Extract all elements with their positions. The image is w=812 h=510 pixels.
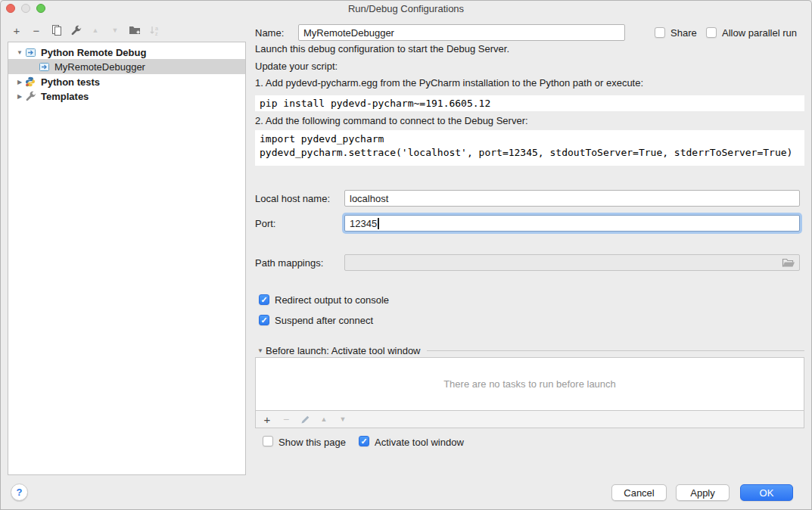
allow-parallel-run-label[interactable]: Allow parallel run: [722, 27, 797, 39]
arrow-down-icon: ▼: [340, 415, 347, 423]
copy-icon: [51, 24, 62, 36]
new-folder-icon: [129, 25, 141, 36]
no-tasks-text: There are no tasks to run before launch: [443, 378, 616, 390]
port-input[interactable]: 12345: [344, 215, 800, 232]
run-debug-configurations-dialog: Run/Debug Configurations + − ▲ ▼ az ▼ Py…: [0, 0, 812, 510]
share-checkbox[interactable]: [655, 27, 665, 38]
chevron-right-icon[interactable]: ▶: [14, 79, 25, 86]
redirect-output-label[interactable]: Redirect output to console: [275, 294, 389, 306]
move-task-down-button: ▼: [336, 412, 350, 426]
arrow-down-icon: ▼: [112, 26, 119, 34]
sort-az-icon: az: [149, 25, 160, 36]
task-list-toolbar: + − ▲ ▼: [255, 410, 804, 428]
intro-text: Launch this debug configuration to start…: [255, 43, 509, 54]
pip-install-code[interactable]: pip install pydevd-pycharm~=191.6605.12: [255, 95, 804, 111]
name-label: Name:: [255, 27, 284, 39]
add-task-button[interactable]: +: [260, 412, 274, 426]
arrow-up-icon: ▲: [321, 415, 328, 423]
show-this-page-label[interactable]: Show this page: [278, 437, 346, 448]
tree-item-python-tests[interactable]: ▶ Python tests: [8, 74, 245, 89]
edit-templates-button[interactable]: [68, 23, 83, 38]
allow-parallel-run-checkbox[interactable]: [706, 27, 717, 38]
remote-debug-icon: [39, 61, 51, 73]
section-divider: [427, 350, 804, 351]
activate-tool-window-checkbox[interactable]: ✓: [359, 436, 369, 446]
settrace-code[interactable]: import pydevd_pycharm pydevd_pycharm.set…: [255, 130, 804, 166]
svg-text:z: z: [155, 31, 158, 36]
settrace-code-line2: pydevd_pycharm.settrace('localhost', por…: [260, 147, 792, 158]
sort-configurations-button: az: [147, 23, 162, 38]
ok-button[interactable]: OK: [740, 484, 793, 501]
titlebar: Run/Debug Configurations: [0, 0, 812, 17]
pencil-icon: [300, 415, 310, 424]
path-mappings-label: Path mappings:: [255, 257, 323, 269]
python-tests-icon: [25, 76, 37, 88]
create-folder-button[interactable]: [127, 23, 142, 38]
name-input[interactable]: [298, 24, 625, 41]
tree-item-templates[interactable]: ▶ Templates: [8, 89, 245, 104]
step1-text: 1. Add pydevd-pycharm.egg from the PyCha…: [255, 77, 643, 89]
plus-icon: +: [14, 24, 20, 37]
tree-item-label: Python tests: [41, 76, 100, 88]
arrow-up-icon: ▲: [92, 26, 99, 34]
update-script-text: Update your script:: [255, 61, 338, 72]
show-this-page-checkbox[interactable]: [263, 436, 273, 446]
suspend-after-connect-label[interactable]: Suspend after connect: [275, 315, 373, 326]
configurations-toolbar: + − ▲ ▼ az: [9, 23, 162, 38]
question-mark-icon: ?: [17, 487, 23, 498]
help-button[interactable]: ?: [11, 484, 28, 501]
configurations-tree: ▼ Python Remote Debug MyRemoteDebugger ▶…: [8, 42, 246, 475]
tree-item-label: Templates: [41, 91, 89, 102]
path-mappings-input[interactable]: [344, 254, 800, 271]
local-host-input[interactable]: [344, 190, 800, 207]
tree-item-label: MyRemoteDebugger: [54, 61, 145, 73]
remove-task-button: −: [279, 412, 293, 426]
tree-item-python-remote-debug[interactable]: ▼ Python Remote Debug: [8, 45, 245, 60]
chevron-right-icon[interactable]: ▶: [14, 93, 25, 100]
activate-tool-window-label[interactable]: Activate tool window: [375, 437, 464, 448]
redirect-output-checkbox[interactable]: ✓: [259, 294, 269, 305]
remove-configuration-button[interactable]: −: [29, 23, 44, 38]
suspend-after-connect-checkbox[interactable]: ✓: [259, 315, 269, 325]
chevron-down-icon[interactable]: ▼: [14, 49, 25, 56]
svg-text:a: a: [155, 26, 158, 31]
port-value: 12345: [350, 218, 377, 229]
text-cursor: [378, 218, 379, 229]
move-task-up-button: ▲: [317, 412, 331, 426]
templates-wrench-icon: [25, 90, 37, 102]
plus-icon: +: [264, 413, 271, 426]
share-label[interactable]: Share: [670, 27, 697, 39]
move-up-button: ▲: [88, 23, 103, 38]
chevron-down-icon[interactable]: ▼: [255, 347, 266, 354]
add-configuration-button[interactable]: +: [9, 23, 24, 38]
check-icon: ✓: [260, 296, 267, 304]
before-launch-section-header[interactable]: ▼ Before launch: Activate tool window: [255, 344, 804, 356]
copy-configuration-button[interactable]: [48, 23, 64, 38]
check-icon: ✓: [360, 437, 367, 446]
move-down-button: ▼: [107, 23, 123, 38]
check-icon: ✓: [260, 316, 267, 325]
before-launch-label: Before launch: Activate tool window: [266, 345, 421, 356]
tree-item-myremotedebugger[interactable]: MyRemoteDebugger: [8, 59, 245, 74]
minus-icon: −: [283, 413, 289, 425]
wrench-icon: [70, 25, 82, 36]
before-launch-task-list[interactable]: There are no tasks to run before launch: [255, 357, 804, 411]
minus-icon: −: [33, 24, 40, 37]
cancel-button[interactable]: Cancel: [611, 484, 667, 501]
tree-item-label: Python Remote Debug: [41, 47, 146, 58]
remote-debug-icon: [25, 46, 37, 58]
step2-text: 2. Add the following command to connect …: [255, 115, 528, 126]
window-title: Run/Debug Configurations: [0, 3, 812, 14]
settrace-code-line1: import pydevd_pycharm: [260, 133, 384, 145]
apply-button[interactable]: Apply: [676, 484, 730, 501]
browse-folder-icon[interactable]: [782, 258, 795, 270]
local-host-label: Local host name:: [255, 193, 330, 204]
edit-task-button: [298, 412, 312, 426]
port-label: Port:: [255, 218, 275, 229]
